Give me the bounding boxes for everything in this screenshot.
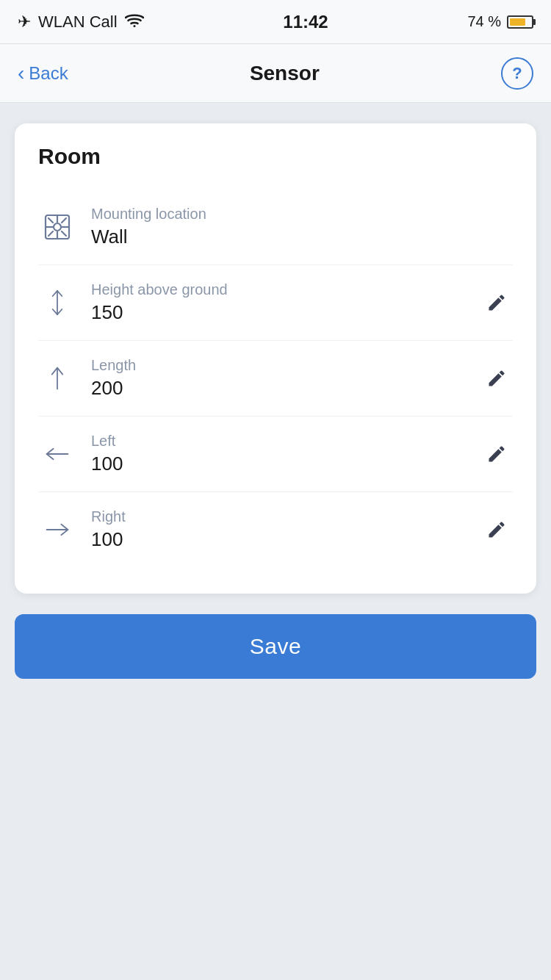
length-content: Length 200 bbox=[91, 357, 480, 400]
left-content: Left 100 bbox=[91, 433, 480, 475]
left-label: Left bbox=[91, 433, 480, 450]
chevron-left-icon: ‹ bbox=[18, 62, 24, 85]
battery-icon bbox=[507, 15, 533, 29]
right-row: Right 100 bbox=[38, 492, 513, 567]
right-arrow-icon bbox=[38, 511, 76, 549]
sensor-card: Room Mounting location bbox=[15, 123, 536, 594]
right-content: Right 100 bbox=[91, 508, 480, 551]
left-edit-button[interactable] bbox=[480, 438, 513, 470]
back-label: Back bbox=[29, 63, 68, 84]
length-label: Length bbox=[91, 357, 480, 374]
height-above-ground-edit-button[interactable] bbox=[480, 287, 513, 319]
back-button[interactable]: ‹ Back bbox=[18, 62, 68, 85]
left-arrow-icon bbox=[38, 435, 76, 473]
height-above-ground-row: Height above ground 150 bbox=[38, 265, 513, 341]
right-value: 100 bbox=[91, 528, 480, 551]
svg-point-0 bbox=[133, 25, 135, 27]
status-left: ✈ WLAN Call bbox=[18, 12, 144, 32]
mounting-icon bbox=[38, 208, 76, 246]
right-edit-button[interactable] bbox=[480, 514, 513, 546]
mounting-location-label: Mounting location bbox=[91, 206, 513, 223]
svg-line-7 bbox=[48, 218, 53, 223]
left-row: Left 100 bbox=[38, 417, 513, 492]
status-bar: ✈ WLAN Call 11:42 74 % bbox=[0, 0, 551, 44]
card-title: Room bbox=[38, 144, 513, 169]
wifi-icon bbox=[125, 12, 144, 32]
help-label: ? bbox=[512, 64, 522, 83]
help-button[interactable]: ? bbox=[501, 57, 533, 90]
mounting-location-content: Mounting location Wall bbox=[91, 206, 513, 248]
svg-line-8 bbox=[62, 218, 66, 223]
carrier-label: WLAN Call bbox=[38, 12, 118, 32]
airplane-icon: ✈ bbox=[18, 12, 31, 32]
mounting-location-value: Wall bbox=[91, 226, 513, 248]
page-title: Sensor bbox=[250, 62, 320, 85]
length-edit-button[interactable] bbox=[480, 362, 513, 394]
height-above-ground-value: 150 bbox=[91, 301, 480, 324]
height-above-ground-label: Height above ground bbox=[91, 281, 480, 298]
length-value: 200 bbox=[91, 377, 480, 400]
up-down-arrow-icon bbox=[38, 284, 76, 322]
battery-percent-label: 74 % bbox=[467, 13, 501, 30]
main-content: Room Mounting location bbox=[0, 103, 551, 699]
svg-line-10 bbox=[62, 231, 66, 236]
up-arrow-icon bbox=[38, 359, 76, 397]
status-time: 11:42 bbox=[283, 12, 328, 32]
right-label: Right bbox=[91, 508, 480, 525]
svg-line-9 bbox=[48, 231, 53, 236]
height-above-ground-content: Height above ground 150 bbox=[91, 281, 480, 324]
length-row: Length 200 bbox=[38, 341, 513, 417]
nav-bar: ‹ Back Sensor ? bbox=[0, 44, 551, 103]
svg-point-6 bbox=[54, 223, 61, 231]
left-value: 100 bbox=[91, 453, 480, 475]
save-button[interactable]: Save bbox=[15, 614, 536, 679]
status-right: 74 % bbox=[467, 13, 533, 30]
mounting-location-row: Mounting location Wall bbox=[38, 190, 513, 265]
